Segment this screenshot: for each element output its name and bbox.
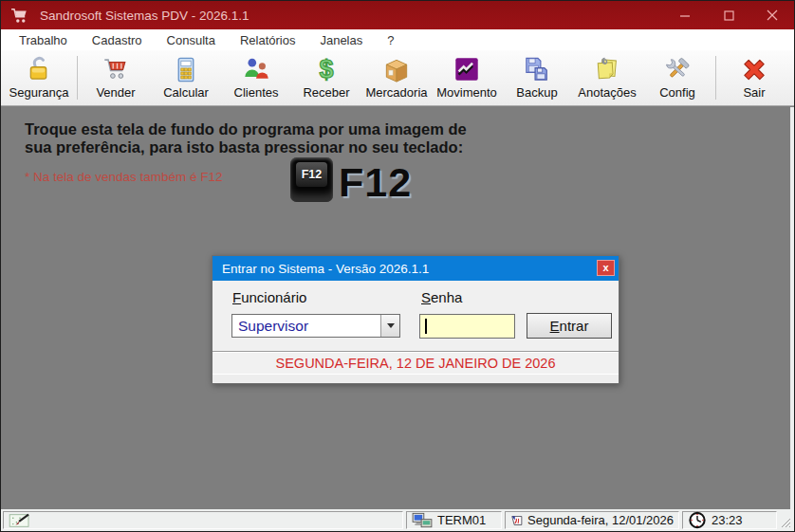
menu-item-help[interactable]: ?	[375, 31, 406, 49]
desktop: Troque esta tela de fundo do programa po…	[1, 107, 794, 509]
toolbar-button-config[interactable]: Config	[642, 52, 712, 105]
toolbar-button-vender[interactable]: Vender	[81, 52, 151, 105]
enter-button-accel: E	[550, 318, 560, 334]
chevron-down-icon[interactable]	[380, 315, 399, 337]
signature-icon	[9, 512, 31, 529]
hint-line-1: Troque esta tela de fundo do programa po…	[25, 120, 467, 138]
menu-item-janelas[interactable]: Janelas	[307, 31, 375, 49]
toolbar-label: Segurança	[9, 85, 69, 100]
employee-label-accel: F	[232, 289, 241, 305]
toolbar: Segurança Vender	[1, 50, 794, 106]
box-icon	[381, 53, 412, 85]
tools-icon	[662, 53, 693, 85]
toolbar-label: Receber	[303, 85, 349, 100]
password-label-accel: S	[421, 289, 431, 305]
employee-label-rest: uncionário	[241, 289, 306, 305]
toolbar-label: Mercadoria	[365, 85, 427, 100]
statusbar-time: 23:23	[712, 513, 743, 527]
password-label: Senha	[421, 289, 462, 305]
login-dialog-title: Entrar no Sistema - Versão 2026.1.1	[222, 262, 429, 276]
titlebar: Sandrosoft Sistemas PDV - 2026.1.1	[1, 1, 794, 29]
f12-note-text: * Na tela de vendas também é F12	[25, 170, 223, 184]
enter-button-rest: ntrar	[560, 318, 589, 334]
toolbar-button-anotacoes[interactable]: Anotações	[572, 52, 642, 105]
notes-icon	[592, 53, 622, 85]
dialog-lower-section: SEGUNDA-FEIRA, 12 DE JANEIRO DE 2026	[213, 351, 619, 382]
toolbar-label: Vender	[96, 85, 135, 100]
employee-select-value: Supervisor	[232, 318, 380, 335]
toolbar-label: Calcular	[163, 85, 209, 100]
terminal-icon	[412, 512, 433, 529]
text-caret	[425, 319, 427, 334]
dollar-icon: $	[319, 53, 333, 85]
toolbar-button-calcular[interactable]: Calcular	[151, 52, 221, 105]
dialog-close-icon[interactable]: x	[597, 260, 615, 276]
menu-item-trabalho[interactable]: Trabalho	[7, 31, 80, 49]
menubar: Trabalho Cadastro Consulta Relatórios Ja…	[1, 29, 794, 50]
maximize-icon[interactable]	[707, 1, 750, 29]
toolbar-button-sair[interactable]: Sair	[719, 52, 789, 105]
date-banner: SEGUNDA-FEIRA, 12 DE JANEIRO DE 2026	[213, 353, 619, 375]
toolbar-button-movimento[interactable]: Movimento	[432, 52, 502, 105]
dialog-bottom-strip	[213, 375, 619, 382]
password-field[interactable]	[419, 314, 515, 339]
toolbar-label: Config	[659, 85, 695, 100]
padlock-icon	[24, 53, 54, 85]
toolbar-separator	[715, 56, 716, 100]
statusbar-time-panel: 23:23	[682, 511, 777, 529]
exit-x-icon	[739, 53, 769, 85]
enter-button[interactable]: Entrar	[527, 313, 612, 339]
statusbar-date-panel: Segunda-feira, 12/01/2026	[505, 511, 679, 529]
toolbar-button-seguranca[interactable]: Segurança	[4, 52, 74, 105]
menu-item-consulta[interactable]: Consulta	[155, 31, 228, 49]
toolbar-button-receber[interactable]: $ Receber	[291, 52, 361, 105]
toolbar-separator	[77, 56, 78, 100]
password-label-rest: enha	[431, 289, 462, 305]
toolbar-label: Clientes	[234, 85, 279, 100]
f12-keycap-label: F12	[296, 162, 327, 187]
f12-key-image: F12	[290, 157, 333, 202]
app-window: Sandrosoft Sistemas PDV - 2026.1.1 Traba…	[0, 0, 795, 532]
window-title: Sandrosoft Sistemas PDV - 2026.1.1	[40, 9, 250, 23]
app-cart-icon	[10, 6, 31, 25]
login-dialog: Entrar no Sistema - Versão 2026.1.1 x Fu…	[212, 255, 619, 384]
statusbar-date: Segunda-feira, 12/01/2026	[527, 513, 674, 527]
menu-item-cadastro[interactable]: Cadastro	[80, 31, 155, 49]
login-dialog-body: Funcionário Supervisor Senha Entrar	[213, 281, 619, 383]
toolbar-label: Sair	[743, 85, 765, 100]
calendar-icon	[510, 512, 523, 529]
f12-big-label: F12	[339, 159, 412, 206]
resize-grip[interactable]	[780, 511, 792, 529]
close-icon[interactable]	[750, 1, 794, 29]
toolbar-label: Backup	[516, 85, 557, 100]
cart-icon	[101, 53, 131, 85]
minimize-icon[interactable]	[663, 1, 707, 29]
toolbar-label: Movimento	[436, 85, 497, 100]
password-input[interactable]	[420, 315, 514, 338]
statusbar-terminal-panel: TERM01	[406, 511, 502, 529]
statusbar: TERM01 Segunda-feira, 12/01/2026 23:23	[1, 509, 794, 531]
toolbar-button-clientes[interactable]: Clientes	[221, 52, 291, 105]
window-controls	[663, 1, 794, 29]
login-dialog-titlebar: Entrar no Sistema - Versão 2026.1.1 x	[213, 256, 619, 281]
clock-icon	[688, 511, 707, 529]
toolbar-label: Anotações	[578, 85, 636, 100]
chart-icon	[453, 53, 481, 85]
clients-icon	[241, 53, 271, 85]
employee-select[interactable]: Supervisor	[231, 314, 400, 338]
hint-line-2: sua preferência, para isto basta pressio…	[25, 138, 467, 156]
terminal-name: TERM01	[437, 513, 486, 527]
background-hint-text: Troque esta tela de fundo do programa po…	[25, 120, 467, 157]
backup-disks-icon	[522, 53, 552, 85]
toolbar-button-backup[interactable]: Backup	[502, 52, 572, 105]
employee-label: Funcionário	[232, 289, 306, 305]
statusbar-panel-main	[3, 511, 403, 529]
toolbar-button-mercadoria[interactable]: Mercadoria	[361, 52, 432, 105]
menu-item-relatorios[interactable]: Relatórios	[228, 31, 308, 49]
calculator-icon	[171, 53, 201, 85]
